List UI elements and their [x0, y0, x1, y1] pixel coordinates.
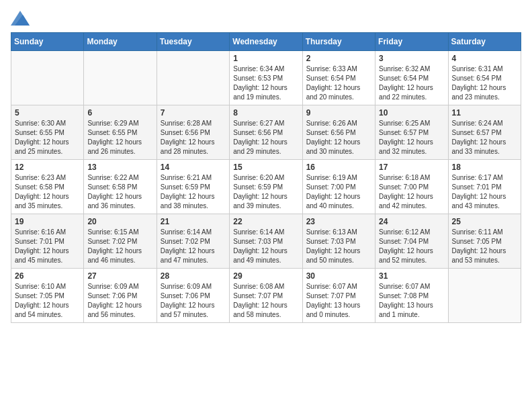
day-number: 21 [161, 217, 226, 226]
day-info: Sunrise: 6:09 AM Sunset: 7:06 PM Dayligh… [87, 282, 152, 320]
calendar-cell: 29Sunrise: 6:08 AM Sunset: 7:07 PM Dayli… [230, 269, 302, 323]
day-number: 23 [306, 217, 371, 226]
day-number: 13 [87, 163, 152, 172]
weekday-header-monday: Monday [84, 33, 157, 51]
day-info: Sunrise: 6:16 AM Sunset: 7:01 PM Dayligh… [15, 228, 80, 265]
day-info: Sunrise: 6:19 AM Sunset: 7:00 PM Dayligh… [306, 173, 371, 211]
day-number: 14 [161, 163, 226, 172]
day-info: Sunrise: 6:25 AM Sunset: 6:57 PM Dayligh… [379, 119, 444, 156]
calendar-cell: 15Sunrise: 6:20 AM Sunset: 6:59 PM Dayli… [230, 160, 302, 214]
day-number: 4 [452, 54, 517, 63]
calendar-cell: 9Sunrise: 6:26 AM Sunset: 6:56 PM Daylig… [302, 105, 375, 160]
calendar-cell: 7Sunrise: 6:28 AM Sunset: 6:56 PM Daylig… [157, 105, 229, 160]
weekday-header-sunday: Sunday [11, 33, 84, 51]
day-number: 20 [87, 217, 152, 226]
day-info: Sunrise: 6:29 AM Sunset: 6:55 PM Dayligh… [87, 119, 152, 156]
calendar-week-row: 5Sunrise: 6:30 AM Sunset: 6:55 PM Daylig… [11, 105, 521, 160]
calendar-cell: 2Sunrise: 6:33 AM Sunset: 6:54 PM Daylig… [302, 51, 375, 105]
calendar-cell: 11Sunrise: 6:24 AM Sunset: 6:57 PM Dayli… [448, 105, 521, 160]
calendar-cell: 19Sunrise: 6:16 AM Sunset: 7:01 PM Dayli… [11, 214, 84, 269]
day-number: 5 [15, 108, 80, 118]
day-number: 22 [233, 217, 298, 226]
calendar-week-row: 12Sunrise: 6:23 AM Sunset: 6:58 PM Dayli… [11, 160, 521, 214]
day-number: 16 [306, 163, 371, 172]
calendar-cell: 13Sunrise: 6:22 AM Sunset: 6:58 PM Dayli… [84, 160, 157, 214]
day-info: Sunrise: 6:09 AM Sunset: 7:06 PM Dayligh… [161, 282, 226, 320]
day-number: 7 [161, 108, 226, 118]
weekday-header-saturday: Saturday [448, 33, 521, 51]
calendar-cell [84, 51, 157, 105]
day-info: Sunrise: 6:20 AM Sunset: 6:59 PM Dayligh… [233, 173, 298, 211]
calendar-cell: 27Sunrise: 6:09 AM Sunset: 7:06 PM Dayli… [84, 269, 157, 323]
day-number: 10 [379, 108, 444, 118]
logo [11, 11, 32, 26]
day-info: Sunrise: 6:11 AM Sunset: 7:05 PM Dayligh… [452, 228, 517, 265]
calendar-cell: 16Sunrise: 6:19 AM Sunset: 7:00 PM Dayli… [302, 160, 375, 214]
calendar-cell: 28Sunrise: 6:09 AM Sunset: 7:06 PM Dayli… [157, 269, 229, 323]
day-number: 1 [233, 54, 298, 63]
calendar-cell: 6Sunrise: 6:29 AM Sunset: 6:55 PM Daylig… [84, 105, 157, 160]
day-info: Sunrise: 6:12 AM Sunset: 7:04 PM Dayligh… [379, 228, 444, 265]
calendar-cell: 1Sunrise: 6:34 AM Sunset: 6:53 PM Daylig… [230, 51, 302, 105]
calendar-cell: 10Sunrise: 6:25 AM Sunset: 6:57 PM Dayli… [375, 105, 448, 160]
day-number: 29 [233, 271, 298, 281]
day-info: Sunrise: 6:30 AM Sunset: 6:55 PM Dayligh… [15, 119, 80, 156]
day-number: 30 [306, 271, 371, 281]
calendar-cell: 26Sunrise: 6:10 AM Sunset: 7:05 PM Dayli… [11, 269, 84, 323]
day-number: 26 [15, 271, 80, 281]
day-number: 11 [452, 108, 517, 118]
day-info: Sunrise: 6:24 AM Sunset: 6:57 PM Dayligh… [452, 119, 517, 156]
day-number: 12 [15, 163, 80, 172]
calendar-cell: 23Sunrise: 6:13 AM Sunset: 7:03 PM Dayli… [302, 214, 375, 269]
day-number: 17 [379, 163, 444, 172]
page-header [11, 11, 521, 26]
calendar-header-row: SundayMondayTuesdayWednesdayThursdayFrid… [11, 33, 521, 51]
calendar-week-row: 19Sunrise: 6:16 AM Sunset: 7:01 PM Dayli… [11, 214, 521, 269]
day-info: Sunrise: 6:18 AM Sunset: 7:00 PM Dayligh… [379, 173, 444, 211]
day-info: Sunrise: 6:08 AM Sunset: 7:07 PM Dayligh… [233, 282, 298, 320]
day-number: 2 [306, 54, 371, 63]
calendar-week-row: 1Sunrise: 6:34 AM Sunset: 6:53 PM Daylig… [11, 51, 521, 105]
day-number: 9 [306, 108, 371, 118]
day-info: Sunrise: 6:13 AM Sunset: 7:03 PM Dayligh… [306, 228, 371, 265]
calendar-body: 1Sunrise: 6:34 AM Sunset: 6:53 PM Daylig… [11, 51, 521, 323]
calendar-cell: 18Sunrise: 6:17 AM Sunset: 7:01 PM Dayli… [448, 160, 521, 214]
day-info: Sunrise: 6:14 AM Sunset: 7:02 PM Dayligh… [161, 228, 226, 265]
day-info: Sunrise: 6:14 AM Sunset: 7:03 PM Dayligh… [233, 228, 298, 265]
logo-icon [11, 11, 30, 26]
calendar-cell: 12Sunrise: 6:23 AM Sunset: 6:58 PM Dayli… [11, 160, 84, 214]
day-info: Sunrise: 6:15 AM Sunset: 7:02 PM Dayligh… [87, 228, 152, 265]
calendar-cell: 31Sunrise: 6:07 AM Sunset: 7:08 PM Dayli… [375, 269, 448, 323]
calendar-cell [11, 51, 84, 105]
day-number: 19 [15, 217, 80, 226]
day-info: Sunrise: 6:17 AM Sunset: 7:01 PM Dayligh… [452, 173, 517, 211]
day-info: Sunrise: 6:22 AM Sunset: 6:58 PM Dayligh… [87, 173, 152, 211]
day-info: Sunrise: 6:31 AM Sunset: 6:54 PM Dayligh… [452, 64, 517, 102]
day-number: 3 [379, 54, 444, 63]
calendar-cell: 4Sunrise: 6:31 AM Sunset: 6:54 PM Daylig… [448, 51, 521, 105]
day-info: Sunrise: 6:21 AM Sunset: 6:59 PM Dayligh… [161, 173, 226, 211]
calendar-cell [448, 269, 521, 323]
calendar-cell: 24Sunrise: 6:12 AM Sunset: 7:04 PM Dayli… [375, 214, 448, 269]
day-number: 27 [87, 271, 152, 281]
calendar-cell: 22Sunrise: 6:14 AM Sunset: 7:03 PM Dayli… [230, 214, 302, 269]
day-info: Sunrise: 6:10 AM Sunset: 7:05 PM Dayligh… [15, 282, 80, 320]
calendar-cell: 20Sunrise: 6:15 AM Sunset: 7:02 PM Dayli… [84, 214, 157, 269]
day-number: 31 [379, 271, 444, 281]
calendar-cell: 3Sunrise: 6:32 AM Sunset: 6:54 PM Daylig… [375, 51, 448, 105]
day-number: 28 [161, 271, 226, 281]
weekday-header-tuesday: Tuesday [157, 33, 229, 51]
calendar-table: SundayMondayTuesdayWednesdayThursdayFrid… [11, 32, 521, 323]
calendar-cell: 21Sunrise: 6:14 AM Sunset: 7:02 PM Dayli… [157, 214, 229, 269]
day-info: Sunrise: 6:23 AM Sunset: 6:58 PM Dayligh… [15, 173, 80, 211]
day-number: 25 [452, 217, 517, 226]
day-number: 8 [233, 108, 298, 118]
weekday-header-friday: Friday [375, 33, 448, 51]
calendar-cell: 14Sunrise: 6:21 AM Sunset: 6:59 PM Dayli… [157, 160, 229, 214]
day-info: Sunrise: 6:07 AM Sunset: 7:07 PM Dayligh… [306, 282, 371, 320]
day-number: 15 [233, 163, 298, 172]
calendar-cell: 25Sunrise: 6:11 AM Sunset: 7:05 PM Dayli… [448, 214, 521, 269]
day-info: Sunrise: 6:34 AM Sunset: 6:53 PM Dayligh… [233, 64, 298, 102]
calendar-cell [157, 51, 229, 105]
weekday-header-thursday: Thursday [302, 33, 375, 51]
